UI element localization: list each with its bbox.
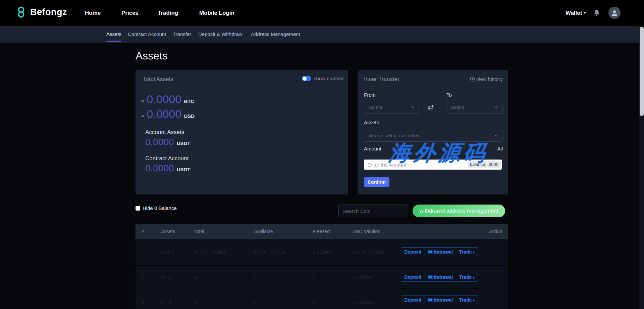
wallet-label: Wallet bbox=[566, 0, 582, 26]
account-assets-label: Account Assets bbox=[145, 129, 184, 136]
wallet-menu[interactable]: Wallet ▾ bbox=[566, 0, 586, 26]
withdrawal-button[interactable]: Withdrawal bbox=[425, 296, 457, 304]
table-row: 1 USDT 64794.775062 64794.775060 0.00000… bbox=[136, 239, 508, 265]
subnav-transfer[interactable]: Transfer bbox=[173, 26, 191, 43]
trade-label: Trade bbox=[459, 297, 472, 303]
show-number-label: show number bbox=[314, 76, 344, 81]
clock-icon bbox=[470, 77, 475, 82]
assets-subnav: Assets Contract Account Transfer Deposit… bbox=[0, 26, 644, 43]
view-history-label: view history bbox=[477, 76, 503, 82]
row-total: 0 bbox=[194, 299, 197, 305]
table-row: 3 ETH 0 0 0 0.000000 Deposit Withdrawal … bbox=[136, 289, 508, 309]
approx-icon: ≈ bbox=[141, 112, 144, 120]
row-index: 3 bbox=[142, 299, 144, 305]
token-select[interactable]: please select the token bbox=[364, 129, 502, 142]
contract-account-value: 0.0000 bbox=[145, 163, 174, 174]
active-tab-underline bbox=[106, 41, 121, 42]
header-action: Action bbox=[489, 224, 502, 239]
brand[interactable]: Befongz bbox=[16, 6, 67, 18]
subnav-deposit-withdraw[interactable]: Deposit & Withdraw bbox=[198, 26, 243, 43]
subnav-address-management[interactable]: Address Management bbox=[251, 26, 300, 43]
row-actions: Deposit Withdrawal Trade▾ bbox=[401, 248, 478, 256]
trade-label: Trade bbox=[459, 249, 472, 255]
nav-home[interactable]: Home bbox=[85, 0, 101, 26]
inner-transfer-title: Inner Transfer bbox=[364, 76, 399, 83]
btc-unit: BTC bbox=[184, 98, 194, 104]
row-actions: Deposit Withdrawal Trade▾ bbox=[401, 296, 478, 304]
withdrawal-button[interactable]: Withdrawal bbox=[425, 248, 457, 256]
view-history-link[interactable]: view history bbox=[470, 76, 503, 82]
row-freezed: 0.000002 bbox=[313, 249, 334, 255]
row-usd: 64794.775062 bbox=[353, 249, 385, 255]
amount-all-link[interactable]: All bbox=[497, 146, 503, 151]
deposit-button[interactable]: Deposit bbox=[401, 296, 425, 304]
balance-badge: balance: .0000 bbox=[468, 161, 501, 168]
chevron-down-icon bbox=[494, 134, 498, 137]
nav-trading[interactable]: Trading bbox=[158, 0, 178, 26]
trade-dropdown-button[interactable]: Trade▾ bbox=[456, 273, 478, 281]
trade-dropdown-button[interactable]: Trade▾ bbox=[456, 248, 478, 256]
notifications-bell-icon[interactable] bbox=[594, 9, 600, 16]
brand-logo-icon bbox=[16, 6, 26, 18]
usd-total-line: ≈ 0.0000 USD bbox=[141, 107, 195, 121]
row-freezed: 0 bbox=[313, 274, 315, 280]
assets-label: Assets bbox=[364, 120, 379, 125]
btc-total-line: ≈ 0.0000 BTC bbox=[141, 93, 194, 106]
caret-down-icon: ▾ bbox=[473, 275, 475, 279]
row-total: 0 bbox=[194, 274, 197, 280]
to-select-value: Select bbox=[450, 104, 465, 110]
subnav-contract-account[interactable]: Contract Account bbox=[128, 26, 166, 43]
header-freezed: Freezed bbox=[313, 224, 330, 239]
withdrawal-button[interactable]: Withdrawal bbox=[425, 273, 457, 281]
scrollbar-thumb[interactable] bbox=[640, 27, 644, 116]
account-assets-value: 0.0000 bbox=[145, 137, 174, 147]
show-number-toggle[interactable] bbox=[302, 76, 311, 81]
confirm-button[interactable]: Confirm bbox=[364, 177, 389, 187]
deposit-button[interactable]: Deposit bbox=[401, 273, 425, 281]
contract-account-line: 0.0000 USDT bbox=[145, 163, 190, 174]
amount-field-wrap: balance: .0000 bbox=[364, 160, 502, 170]
show-number-row: show number bbox=[302, 76, 344, 81]
to-label: To bbox=[446, 92, 452, 98]
trade-label: Trade bbox=[459, 274, 472, 280]
caret-down-icon: ▾ bbox=[584, 0, 586, 26]
hide-zero-checkbox[interactable] bbox=[136, 206, 140, 211]
hide-zero-balance: Hide 0 Balance bbox=[136, 205, 177, 211]
withdrawal-address-management-button[interactable]: withdrawal address management bbox=[413, 205, 505, 217]
row-asset: BTC bbox=[161, 274, 171, 280]
nav-mobile-login[interactable]: Mobile Login bbox=[199, 0, 234, 26]
token-select-value: please select the token bbox=[368, 133, 420, 138]
header-available: Available bbox=[254, 224, 273, 239]
chevron-down-icon bbox=[411, 106, 415, 108]
from-select[interactable]: Select bbox=[364, 101, 419, 114]
hide-zero-label: Hide 0 Balance bbox=[143, 205, 177, 211]
search-coin-input[interactable] bbox=[338, 205, 408, 217]
nav-prices[interactable]: Prices bbox=[121, 0, 139, 26]
from-label: From bbox=[364, 92, 376, 98]
row-index: 2 bbox=[142, 274, 144, 280]
row-asset: ETH bbox=[161, 299, 171, 305]
row-asset: USDT bbox=[161, 249, 175, 255]
swap-direction-icon[interactable]: ⇄ bbox=[428, 103, 434, 112]
row-available: 64794.775060 bbox=[254, 249, 286, 255]
usd-unit: USD bbox=[184, 113, 195, 119]
total-assets-title: Total Assets bbox=[143, 76, 173, 83]
caret-down-icon: ▾ bbox=[473, 298, 475, 302]
header-assets: Assets bbox=[161, 224, 175, 239]
contract-account-unit: USDT bbox=[177, 167, 191, 172]
to-select[interactable]: Select bbox=[446, 101, 502, 114]
row-usd: 0.000000 bbox=[353, 299, 374, 305]
row-usd: 0.000000 bbox=[353, 274, 374, 280]
page-title: Assets bbox=[136, 50, 168, 62]
table-row: 2 BTC 0 0 0 0.000000 Deposit Withdrawal … bbox=[136, 265, 508, 289]
row-freezed: 0 bbox=[313, 299, 315, 305]
subnav-assets[interactable]: Assets bbox=[106, 26, 121, 43]
user-avatar[interactable] bbox=[608, 7, 621, 19]
row-available: 0 bbox=[254, 299, 257, 305]
scrollbar-track[interactable] bbox=[639, 26, 644, 309]
inner-transfer-card: Inner Transfer view history From To Sele… bbox=[358, 70, 508, 194]
deposit-button[interactable]: Deposit bbox=[401, 248, 425, 256]
top-navbar: Befongz Home Prices Trading Mobile Login… bbox=[0, 0, 644, 26]
trade-dropdown-button[interactable]: Trade▾ bbox=[456, 296, 478, 304]
from-select-value: Select bbox=[368, 104, 382, 110]
